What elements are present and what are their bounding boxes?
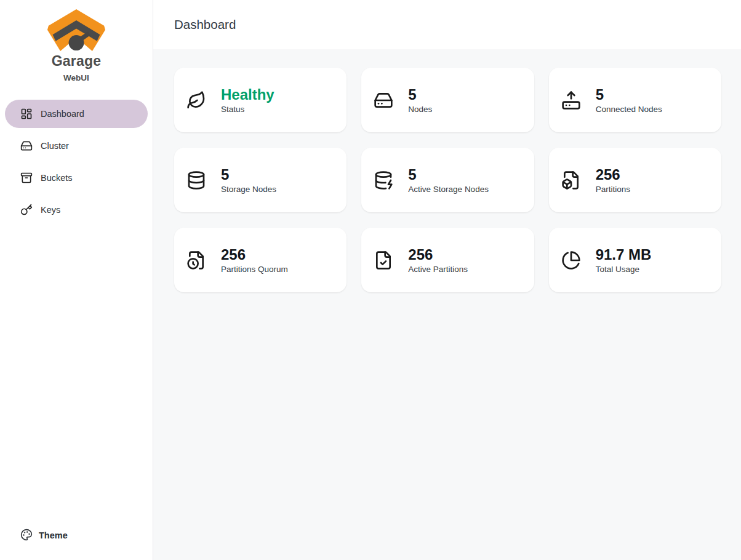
- stat-value: 5: [596, 86, 662, 103]
- stat-label: Partitions Quorum: [221, 265, 288, 274]
- stat-card-partitions-quorum: 256 Partitions Quorum: [174, 228, 346, 292]
- page-title: Dashboard: [174, 17, 236, 32]
- key-icon: [20, 204, 33, 216]
- stat-card-nodes: 5 Nodes: [361, 68, 534, 132]
- stat-card-total-usage: 91.7 MB Total Usage: [549, 228, 721, 292]
- archive-icon: [20, 172, 33, 184]
- stat-value: 256: [221, 246, 288, 263]
- stat-value: 256: [596, 166, 630, 183]
- stat-card-connected-nodes: 5 Connected Nodes: [549, 68, 721, 132]
- palette-icon: [20, 529, 33, 543]
- sidebar: Garage WebUI Dashboard Cluster Buckets: [0, 0, 153, 560]
- stat-card-status: Healthy Status: [174, 68, 346, 132]
- app-name: Garage: [5, 53, 148, 70]
- sidebar-item-label: Keys: [41, 205, 60, 215]
- leaf-icon: [186, 90, 206, 110]
- stat-card-storage-nodes: 5 Storage Nodes: [174, 148, 346, 212]
- stat-label: Total Usage: [596, 265, 652, 274]
- stat-label: Active Storage Nodes: [408, 185, 489, 194]
- stat-value: Healthy: [221, 86, 274, 103]
- stat-label: Status: [221, 105, 274, 114]
- stat-label: Connected Nodes: [596, 105, 662, 114]
- stat-label: Nodes: [408, 105, 432, 114]
- layout-dashboard-icon: [20, 108, 33, 120]
- sidebar-spacer: [5, 224, 148, 522]
- file-box-icon: [561, 170, 581, 190]
- brand: Garage WebUI: [5, 7, 148, 82]
- main-area: Dashboard Healthy Status 5 Nodes: [153, 0, 741, 560]
- app-subtitle: WebUI: [5, 73, 148, 82]
- theme-button[interactable]: Theme: [5, 522, 148, 549]
- theme-button-label: Theme: [39, 530, 68, 540]
- hard-drive-icon: [20, 140, 33, 152]
- stat-card-active-partitions: 256 Active Partitions: [361, 228, 534, 292]
- stat-card-active-storage-nodes: 5 Active Storage Nodes: [361, 148, 534, 212]
- file-clock-icon: [186, 250, 206, 270]
- pie-chart-icon: [561, 250, 581, 270]
- stat-value: 5: [408, 166, 489, 183]
- stat-value: 91.7 MB: [596, 246, 652, 263]
- stat-label: Partitions: [596, 185, 630, 194]
- hard-drive-upload-icon: [561, 90, 581, 110]
- dashboard-content: Healthy Status 5 Nodes 5 C: [153, 49, 741, 560]
- sidebar-nav: Dashboard Cluster Buckets Keys: [5, 100, 148, 224]
- garage-logo-icon: [46, 7, 107, 52]
- sidebar-item-label: Buckets: [41, 173, 73, 183]
- sidebar-item-buckets[interactable]: Buckets: [5, 164, 148, 192]
- hard-drive-icon: [374, 90, 393, 110]
- stat-label: Active Partitions: [408, 265, 468, 274]
- database-icon: [186, 170, 206, 190]
- stat-cards-grid: Healthy Status 5 Nodes 5 C: [174, 68, 721, 292]
- stat-value: 5: [408, 86, 432, 103]
- stat-value: 256: [408, 246, 468, 263]
- database-zap-icon: [374, 170, 393, 190]
- sidebar-item-label: Dashboard: [41, 109, 84, 119]
- sidebar-item-keys[interactable]: Keys: [5, 196, 148, 224]
- stat-value: 5: [221, 166, 276, 183]
- sidebar-item-label: Cluster: [41, 141, 69, 151]
- stat-card-partitions: 256 Partitions: [549, 148, 721, 212]
- sidebar-item-dashboard[interactable]: Dashboard: [5, 100, 148, 128]
- stat-label: Storage Nodes: [221, 185, 276, 194]
- topbar: Dashboard: [153, 0, 741, 49]
- file-check-icon: [374, 250, 393, 270]
- sidebar-item-cluster[interactable]: Cluster: [5, 132, 148, 160]
